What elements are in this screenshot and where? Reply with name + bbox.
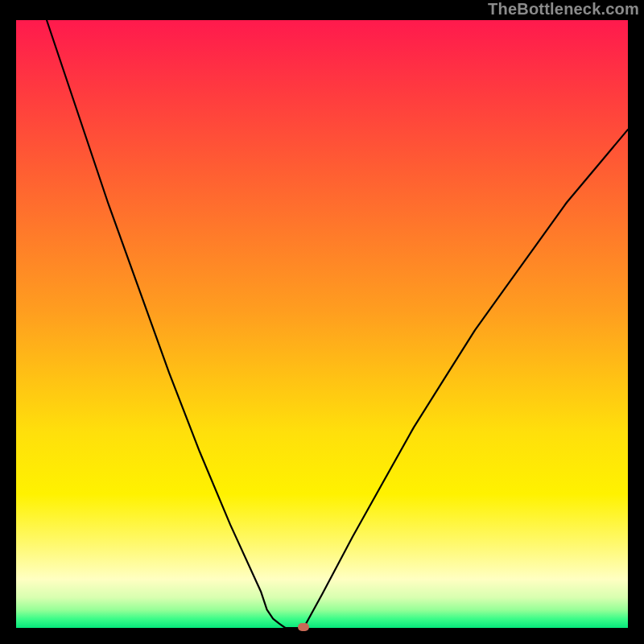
chart-container: TheBottleneck.com (0, 0, 644, 644)
bottleneck-curve (47, 20, 628, 628)
curve-svg (16, 20, 628, 628)
watermark-text: TheBottleneck.com (488, 0, 639, 19)
minimum-marker (298, 623, 309, 631)
